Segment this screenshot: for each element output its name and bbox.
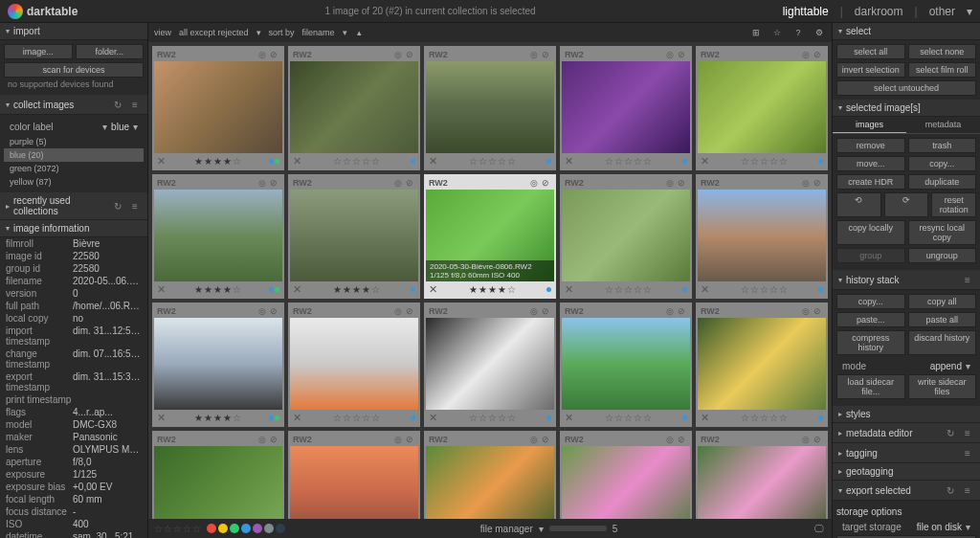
reject-icon[interactable]: ✕ [429,283,437,296]
color-swatch[interactable] [207,524,216,533]
rating-stars[interactable]: ☆☆☆☆☆ [154,524,201,534]
action-button[interactable]: copy all [908,294,977,309]
reset-icon[interactable]: ↻ [944,483,957,497]
display-icon[interactable]: 🖵 [813,522,826,535]
action-button[interactable]: write sidecar files [908,374,977,399]
preset-icon[interactable]: ≡ [961,273,974,286]
view-other[interactable]: other [929,5,955,18]
preset-icon[interactable]: ≡ [128,199,142,213]
tab-images[interactable]: images [833,117,906,133]
reset-rotation-button[interactable]: reset rotation [931,192,976,217]
section-selected-images[interactable]: ▾selected image[s] [833,100,980,117]
thumbnail[interactable]: RW2◎⊘✕☆☆☆☆☆ [424,303,556,427]
scan-devices-button[interactable]: scan for devices [4,62,144,78]
preset-icon[interactable]: ≡ [961,426,974,439]
thumbnail[interactable]: RW2◎⊘✕☆☆☆☆☆ [560,174,692,299]
reject-icon[interactable]: ✕ [565,412,573,424]
thumbnail[interactable]: RW2◎⊘✕★★★★☆ [152,174,284,299]
thumbnail[interactable]: RW2◎⊘✕☆☆☆☆☆ [288,431,420,519]
action-button[interactable]: duplicate [908,174,977,190]
reject-icon[interactable]: ✕ [701,412,709,424]
overlay-icon[interactable]: ☆ [770,26,784,39]
action-button[interactable]: move... [836,156,905,171]
gear-icon[interactable]: ⚙ [813,26,826,39]
reject-icon[interactable]: ✕ [701,155,709,168]
color-swatch[interactable] [253,524,262,533]
color-swatch[interactable] [264,524,274,533]
color-labels[interactable] [207,524,285,533]
section-export[interactable]: ▾export selected ↻≡ [833,481,980,501]
action-button[interactable]: load sidecar file... [836,374,905,399]
section-geotagging[interactable]: ▸geotagging [833,463,980,481]
preset-icon[interactable]: ≡ [961,446,974,460]
thumbnail[interactable]: RW2◎⊘✕☆☆☆☆☆ [696,46,828,170]
zoom-slider[interactable] [549,526,607,531]
filter-select[interactable]: all except rejected [179,28,249,37]
reject-icon[interactable]: ✕ [701,283,709,296]
section-history[interactable]: ▾history stack ≡ [833,270,980,290]
action-button[interactable]: copy... [908,156,977,171]
import-image-button[interactable]: image... [4,44,73,59]
section-import[interactable]: ▾ import [0,23,147,40]
reset-icon[interactable]: ↻ [111,199,124,213]
reject-icon[interactable]: ✕ [157,155,166,168]
action-button[interactable]: select all [836,44,905,59]
reject-icon[interactable]: ✕ [293,412,301,424]
section-info[interactable]: ▾ image information [0,220,147,237]
action-button[interactable]: paste... [836,312,905,327]
action-button[interactable]: trash [908,138,977,153]
action-button[interactable]: select none [908,44,977,59]
sort-direction-icon[interactable]: ▴ [357,28,362,37]
thumbnail[interactable]: RW2◎⊘✕★★★★☆ [152,46,284,170]
thumbnail[interactable]: RW2◎⊘✕☆☆☆☆☆ [696,174,828,299]
ungroup-button[interactable]: ungroup [908,248,977,263]
thumbnail[interactable]: RW2◎⊘✕☆☆☆☆☆ [424,46,556,170]
group-icon[interactable]: ⊞ [749,26,763,39]
dropdown-icon[interactable]: ▾ [967,5,972,18]
color-swatch[interactable] [276,524,285,533]
import-folder-button[interactable]: folder... [76,44,145,59]
thumbnail[interactable]: RW2◎⊘✕☆☆☆☆☆ [152,431,284,519]
rotate-ccw-button[interactable]: ⟲ [836,192,881,217]
thumbnail[interactable]: RW2◎⊘2020-05-30-Bièvre-0806.RW21/125 f/8… [424,174,556,299]
thumbnail[interactable]: RW2◎⊘✕☆☆☆☆☆ [560,303,692,427]
layout-mode[interactable]: file manager [480,524,533,534]
target-storage-select[interactable]: file on disk [917,522,962,532]
reject-icon[interactable]: ✕ [429,155,437,168]
collect-item[interactable]: green (2072) [4,162,144,175]
collect-item[interactable]: blue (20) [4,148,144,162]
action-button[interactable]: create HDR [836,174,905,190]
section-select[interactable]: ▾select [833,23,980,40]
collect-item[interactable]: purple (5) [4,135,144,148]
thumbnail[interactable]: RW2◎⊘✕☆☆☆☆☆ [560,431,692,519]
reset-icon[interactable]: ↻ [111,98,124,111]
action-button[interactable]: paste all [908,312,977,327]
preset-icon[interactable]: ≡ [128,98,142,111]
section-styles[interactable]: ▸styles [833,406,980,423]
select-untouched-button[interactable]: select untouched [836,80,976,96]
tab-metadata[interactable]: metadata [906,117,980,133]
color-swatch[interactable] [218,524,228,533]
section-metadata-editor[interactable]: ▸metadata editor↻≡ [833,423,980,443]
thumbnail[interactable]: RW2◎⊘✕☆☆☆☆☆ [696,431,828,519]
preset-icon[interactable]: ≡ [961,483,974,497]
thumbnail[interactable]: RW2◎⊘✕☆☆☆☆☆ [560,46,692,170]
action-button[interactable]: select film roll [908,62,977,78]
thumbnail[interactable]: RW2◎⊘✕☆☆☆☆☆ [696,303,828,427]
sort-select[interactable]: filename [302,28,335,37]
action-button[interactable]: remove [836,138,905,153]
rotate-cw-button[interactable]: ⟳ [884,192,929,217]
help-icon[interactable]: ? [791,26,805,39]
reject-icon[interactable]: ✕ [157,412,166,424]
action-button[interactable]: invert selection [836,62,905,78]
section-tagging[interactable]: ▸tagging≡ [833,443,980,463]
section-recent[interactable]: ▸ recently used collections ↻ ≡ [0,192,147,220]
section-collect[interactable]: ▾ collect images ↻ ≡ [0,95,147,115]
action-button[interactable]: compress history [836,330,905,355]
action-button[interactable]: copy... [836,294,905,309]
collect-item[interactable]: yellow (87) [4,175,144,189]
reject-icon[interactable]: ✕ [429,412,437,424]
action-button[interactable]: copy locally [836,220,905,245]
reject-icon[interactable]: ✕ [293,155,301,168]
thumbnail[interactable]: RW2◎⊘✕☆☆☆☆☆ [424,431,556,519]
